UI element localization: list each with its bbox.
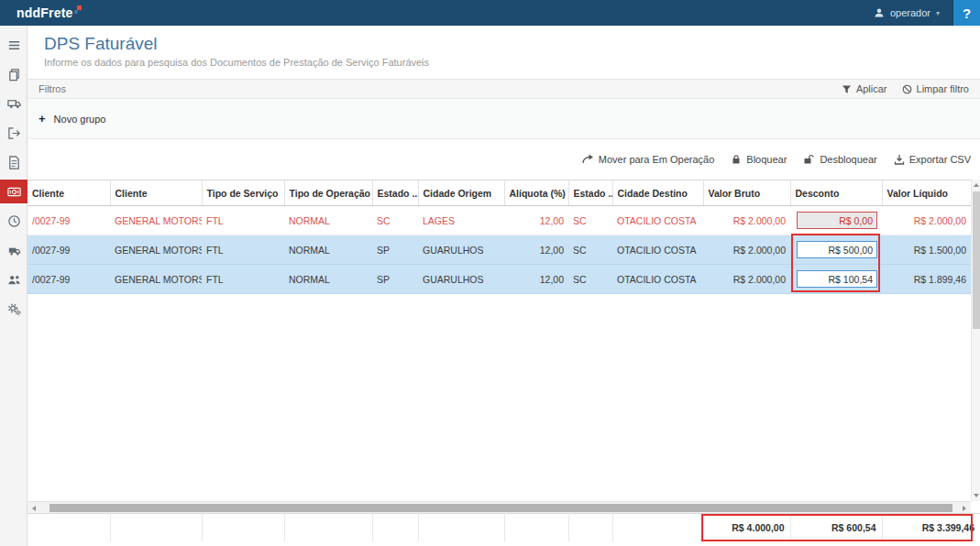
scroll-up-arrow[interactable] xyxy=(972,180,980,191)
unblock-button[interactable]: Desbloquear xyxy=(803,154,876,165)
new-group-button[interactable]: + Novo grupo xyxy=(39,112,105,126)
sidebar-item-users[interactable] xyxy=(0,268,28,291)
cell-aliquota: 12,00 xyxy=(504,265,568,294)
money-icon xyxy=(7,185,21,199)
clear-filter-icon xyxy=(902,84,912,94)
total-valor-liquido: R$ 3.399,46 xyxy=(882,514,980,541)
clear-filter-button[interactable]: Limpar filtro xyxy=(902,83,969,94)
cell-estado-destino: SC xyxy=(568,235,612,265)
apply-filter-button[interactable]: Aplicar xyxy=(842,83,887,94)
move-to-operation-button[interactable]: Mover para Em Operação xyxy=(581,154,715,165)
scroll-down-arrow[interactable] xyxy=(972,490,980,501)
filter-icon xyxy=(842,84,852,94)
user-menu[interactable]: operador ▾ xyxy=(861,0,952,26)
cell-cliente: GENERAL MOTORS ... xyxy=(110,206,202,235)
cell-cidade-destino: OTACILIO COSTA xyxy=(612,265,703,294)
column-header-cidade-destino[interactable]: Cidade Destino xyxy=(612,180,703,206)
unlock-icon xyxy=(803,154,815,165)
table-row[interactable]: /0027-99 GENERAL MOTORS ... FTL NORMAL S… xyxy=(28,235,971,265)
copy-icon xyxy=(7,68,21,82)
horizontal-scrollbar-thumb[interactable] xyxy=(50,504,952,512)
cell-desconto xyxy=(790,265,882,294)
page-title: DPS Faturável xyxy=(44,34,158,54)
cell-estado-destino: SC xyxy=(568,206,612,235)
column-header-aliquota[interactable]: Alíquota (%) xyxy=(504,180,568,206)
totals-empty-cell xyxy=(418,514,504,541)
column-header-tipo-operacao[interactable]: Tipo de Operação xyxy=(284,180,372,206)
move-to-operation-label: Mover para Em Operação xyxy=(599,154,715,165)
move-arrow-icon xyxy=(581,154,594,165)
vertical-scrollbar-thumb[interactable] xyxy=(973,191,980,329)
vertical-scrollbar[interactable] xyxy=(971,180,980,501)
totals-row: R$ 4.000,00 R$ 600,54 R$ 3.399,46 xyxy=(28,513,980,541)
totals-empty-cell xyxy=(372,514,418,541)
cell-tipo-operacao: NORMAL xyxy=(284,235,372,265)
cell-cliente: GENERAL MOTORS ... xyxy=(110,265,202,294)
totals-empty-cell xyxy=(28,514,110,541)
main-content: DPS Faturável Informe os dados para pesq… xyxy=(28,26,980,546)
column-header-tipo-servico[interactable]: Tipo de Serviço xyxy=(202,180,284,206)
plus-icon: + xyxy=(39,112,46,126)
exit-icon xyxy=(7,126,21,140)
unblock-label: Desbloquear xyxy=(820,154,876,165)
user-icon xyxy=(874,7,885,18)
sidebar-item-history[interactable] xyxy=(0,209,28,233)
help-button[interactable]: ? xyxy=(952,0,980,26)
app-logo: nddFrete xyxy=(0,5,83,20)
sidebar-item-transport[interactable] xyxy=(0,92,28,115)
table-row[interactable]: /0027-99 GENERAL MOTORS ... FTL NORMAL S… xyxy=(28,206,971,235)
sidebar-item-document[interactable] xyxy=(0,150,28,174)
sidebar-item-menu[interactable] xyxy=(0,33,28,57)
total-valor-bruto: R$ 4.000,00 xyxy=(703,514,790,541)
sidebar-item-exit[interactable] xyxy=(0,121,28,145)
column-header-valor-liquido[interactable]: Valor Líquido xyxy=(882,180,971,206)
desconto-input[interactable] xyxy=(797,212,877,229)
block-button[interactable]: Bloquear xyxy=(731,154,787,165)
users-icon xyxy=(7,273,21,287)
sidebar xyxy=(0,26,28,546)
lock-icon xyxy=(731,154,742,165)
column-header-estado-origem[interactable]: Estado ... xyxy=(372,180,418,206)
apply-filter-label: Aplicar xyxy=(856,83,887,94)
cell-cidade-origem: LAGES xyxy=(418,206,504,235)
sidebar-item-documents[interactable] xyxy=(0,62,28,86)
cell-estado-destino: SC xyxy=(568,265,612,294)
column-header-cliente-doc[interactable]: Cliente xyxy=(28,180,110,206)
menu-icon xyxy=(7,38,21,52)
horizontal-scrollbar[interactable] xyxy=(28,501,971,513)
desconto-input[interactable] xyxy=(797,270,877,288)
column-header-desconto[interactable]: Desconto xyxy=(790,180,882,206)
desconto-input[interactable] xyxy=(797,241,877,258)
totals-empty-cell xyxy=(568,514,612,541)
app-logo-text: nddFrete xyxy=(17,5,73,20)
filters-title: Filtros xyxy=(39,83,66,94)
user-label: operador xyxy=(890,7,930,18)
sidebar-item-delivery[interactable] xyxy=(0,238,28,262)
sidebar-item-dps-faturavel[interactable] xyxy=(0,180,28,203)
settings-icon xyxy=(7,302,21,316)
new-group-label: Novo grupo xyxy=(54,114,106,125)
cell-tipo-operacao: NORMAL xyxy=(284,265,372,294)
cell-estado-origem: SC xyxy=(372,206,418,235)
totals-empty-cell xyxy=(504,514,568,541)
totals-empty-cell xyxy=(110,514,202,541)
truck-icon xyxy=(7,97,21,111)
cell-tipo-servico: FTL xyxy=(202,265,284,294)
cell-aliquota: 12,00 xyxy=(504,235,568,265)
column-header-valor-bruto[interactable]: Valor Bruto xyxy=(703,180,790,206)
column-header-cidade-origem[interactable]: Cidade Origem xyxy=(418,180,504,206)
column-header-estado-destino[interactable]: Estado ... xyxy=(568,180,612,206)
filters-bar: Filtros Aplicar Limpar filtro xyxy=(28,79,980,99)
cell-valor-bruto: R$ 2.000,00 xyxy=(703,235,790,265)
export-csv-button[interactable]: Exportar CSV xyxy=(894,154,971,165)
cell-cidade-destino: OTACILIO COSTA xyxy=(612,206,703,235)
table-row[interactable]: /0027-99 GENERAL MOTORS ... FTL NORMAL S… xyxy=(28,265,971,294)
cell-valor-liquido: R$ 2.000,00 xyxy=(882,206,971,235)
cell-cidade-destino: OTACILIO COSTA xyxy=(612,235,703,265)
column-header-cliente[interactable]: Cliente xyxy=(110,180,202,206)
cell-cliente: GENERAL MOTORS ... xyxy=(110,235,202,265)
totals-empty-cell xyxy=(612,514,703,541)
cell-tipo-operacao: NORMAL xyxy=(284,206,372,235)
sidebar-item-settings[interactable] xyxy=(0,297,28,321)
cell-valor-liquido: R$ 1.899,46 xyxy=(882,265,971,294)
